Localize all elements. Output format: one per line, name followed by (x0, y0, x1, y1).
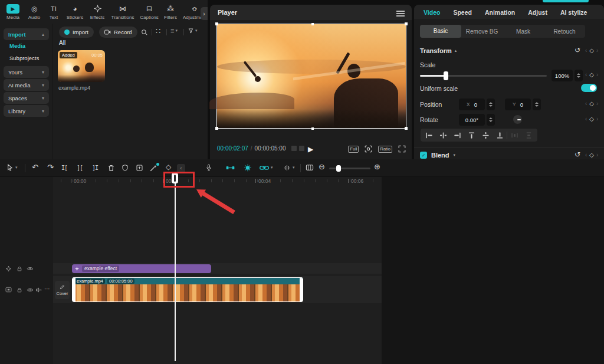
focus-icon[interactable] (365, 145, 372, 153)
video-track-visibility-icon[interactable] (27, 287, 34, 293)
prev-keyframe-icon[interactable]: ‹ (585, 47, 587, 54)
keyframe-icon[interactable]: ◇ (589, 71, 594, 78)
sidebar-item-import[interactable]: Import ▴ (4, 28, 49, 40)
prev-keyframe-icon[interactable]: ‹ (585, 100, 587, 107)
sidebar-item-spaces[interactable]: Spaces ▾ (4, 92, 49, 104)
rotate-value-field[interactable]: 0.00° (459, 114, 485, 126)
sidebar-item-subprojects[interactable]: Subprojects (9, 55, 39, 61)
toolbar-item-audio[interactable]: ◎ Audio (25, 0, 44, 24)
snapping-icon[interactable] (226, 165, 235, 171)
import-button[interactable]: Import (59, 27, 94, 38)
scale-slider-thumb[interactable] (444, 71, 448, 80)
next-keyframe-icon[interactable]: › (596, 71, 598, 78)
mask-shield-icon[interactable] (122, 164, 129, 172)
rotate-stepper[interactable] (487, 114, 495, 126)
expand-icon[interactable]: ▾ (454, 153, 456, 158)
align-top-icon[interactable] (464, 129, 478, 142)
toolbar-item-text[interactable]: TI Text (45, 0, 63, 24)
position-x-stepper[interactable] (487, 99, 495, 110)
toolbar-item-transitions[interactable]: ⋈ Transitions (109, 0, 137, 24)
crop-icon[interactable] (136, 164, 143, 172)
split-icon[interactable]: ][ (77, 163, 83, 173)
tab-adjust[interactable]: Adjust (528, 9, 547, 16)
next-keyframe-icon[interactable]: › (596, 116, 598, 122)
video-canvas[interactable] (216, 24, 406, 129)
toolbar-item-filters[interactable]: ⁂ Filters (162, 0, 179, 24)
record-button[interactable]: Record (99, 27, 137, 38)
fullscreen-icon[interactable] (398, 145, 406, 153)
keyframe-icon[interactable]: ◇ (589, 100, 594, 107)
filter-dropdown[interactable]: ▾ (188, 28, 198, 34)
effect-clip[interactable]: example effect (72, 264, 211, 273)
full-button[interactable]: Full (348, 146, 359, 153)
align-left-icon[interactable] (422, 129, 436, 142)
video-track-more-icon[interactable]: ⋯ (44, 286, 50, 292)
handle-bottom-right[interactable] (405, 127, 408, 130)
handle-top-center[interactable] (311, 23, 314, 25)
next-keyframe-icon[interactable]: › (596, 47, 598, 54)
keyframe-icon[interactable]: ◇ (589, 152, 594, 158)
preview-frames-icon[interactable] (306, 164, 314, 171)
scale-value-field[interactable]: 100% (552, 70, 573, 81)
video-clip[interactable]: example.mp4 00:00:05:00 (72, 277, 303, 302)
play-button[interactable]: ▶ (308, 145, 313, 153)
menu-icon[interactable] (396, 9, 405, 18)
track-view-dropdown[interactable]: ▾ (293, 165, 295, 170)
time-ruler[interactable] (53, 177, 382, 186)
align-right-icon[interactable] (450, 129, 464, 142)
tab-animation[interactable]: Animation (485, 9, 515, 16)
toolbar-item-effects[interactable]: Effects (87, 0, 107, 24)
frame-forward-icon[interactable] (299, 146, 304, 151)
prev-keyframe-icon[interactable]: ‹ (585, 152, 587, 158)
sidebar-item-media[interactable]: Media (9, 42, 25, 49)
align-center-horizontal-icon[interactable] (436, 129, 450, 142)
next-keyframe-icon[interactable]: › (596, 152, 598, 158)
position-x-field[interactable]: X 0 (459, 99, 485, 110)
keyframe-icon[interactable]: ◇ (589, 116, 594, 122)
position-y-stepper[interactable] (533, 99, 541, 110)
transform-reset-icon[interactable]: ↺ (575, 46, 580, 54)
timeline-zoom-thumb[interactable] (336, 165, 341, 172)
microphone-icon[interactable] (205, 163, 212, 172)
zoom-out-icon[interactable]: ⊖ (319, 162, 325, 171)
tab-ai-stylize[interactable]: AI stylize (560, 9, 587, 16)
sidebar-item-yours[interactable]: Yours ▾ (4, 66, 49, 78)
scale-slider-track[interactable] (420, 75, 547, 77)
handle-bottom-center[interactable] (311, 127, 314, 130)
delete-right-icon[interactable]: ]I (92, 163, 98, 173)
handle-bottom-left[interactable] (215, 127, 218, 130)
sidebar-item-library[interactable]: Library ▾ (4, 105, 49, 117)
toolbar-expand-button[interactable]: › (201, 7, 208, 20)
align-center-vertical-icon[interactable] (478, 129, 493, 142)
video-track-mute-icon[interactable] (35, 287, 42, 293)
align-bottom-icon[interactable] (493, 129, 507, 142)
grid-view-icon[interactable]: ∷ (156, 27, 160, 35)
scale-stepper[interactable] (575, 70, 583, 81)
keyframe-icon[interactable]: ◇ (589, 47, 594, 54)
media-thumbnail[interactable]: Added 00:05 (58, 50, 105, 82)
next-keyframe-icon[interactable]: › (596, 100, 598, 107)
select-tool-icon[interactable] (6, 163, 14, 172)
blend-checkbox[interactable]: ✓ (420, 152, 427, 159)
handle-top-right[interactable] (405, 22, 408, 25)
subtab-mask[interactable]: Mask (503, 28, 544, 35)
prev-keyframe-icon[interactable]: ‹ (585, 71, 587, 78)
sort-dropdown[interactable]: ≡ ▾ (170, 27, 178, 34)
subtab-retouch[interactable]: Retouch (544, 28, 585, 35)
redo-icon[interactable]: ↷ (47, 163, 54, 172)
rotate-dial[interactable] (513, 115, 522, 124)
select-tool-dropdown[interactable]: ▾ (15, 165, 18, 170)
sidebar-item-ai-media[interactable]: AI media ▾ (4, 79, 49, 91)
cover-button[interactable]: Cover (55, 281, 70, 299)
clip-right-handle[interactable] (300, 278, 303, 301)
auto-preview-icon[interactable] (244, 164, 252, 172)
keyframe-add-icon[interactable]: ◇ (166, 163, 171, 171)
toolbar-item-media[interactable]: ▶ Media (2, 0, 24, 24)
tab-video[interactable]: Video (424, 9, 440, 16)
prev-keyframe-icon[interactable]: ‹ (585, 116, 587, 122)
uniform-scale-toggle[interactable] (581, 84, 597, 92)
position-y-field[interactable]: Y 0 (505, 99, 531, 110)
link-clips-icon[interactable] (260, 165, 269, 171)
search-icon[interactable] (141, 29, 148, 36)
handle-top-left[interactable] (215, 22, 218, 25)
